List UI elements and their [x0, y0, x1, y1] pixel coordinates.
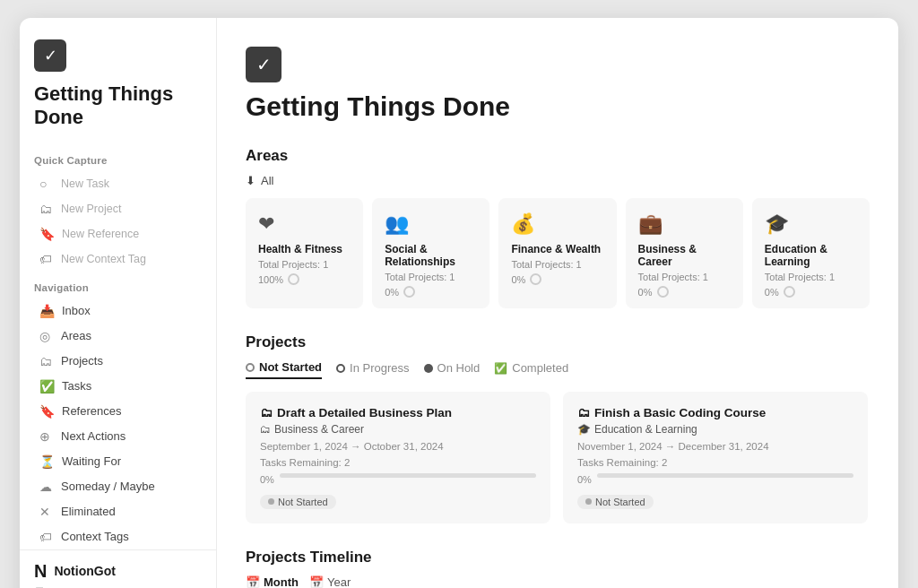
- status-dot2: [585, 498, 592, 505]
- progress-circle: [784, 286, 795, 298]
- inbox-icon: 📥: [39, 304, 55, 318]
- sidebar-item-tasks[interactable]: ✅ Tasks: [25, 375, 211, 398]
- someday-label: Someday / Maybe: [61, 480, 155, 493]
- sidebar-item-next-actions[interactable]: ⊕ Next Actions: [25, 425, 211, 448]
- timeline-tab-year[interactable]: 📅 Year: [309, 575, 351, 589]
- folder-icon: 🗂: [39, 202, 54, 216]
- project-folder-icon2: 🗂: [577, 406, 590, 419]
- area-card-health[interactable]: ❤ Health & Fitness Total Projects: 1 100…: [246, 198, 363, 308]
- sidebar-item-someday[interactable]: ☁ Someday / Maybe: [25, 475, 211, 498]
- on-hold-dot: [424, 364, 433, 373]
- nav-section-title: Navigation: [20, 272, 216, 298]
- tab-completed[interactable]: ✅ Completed: [494, 360, 568, 379]
- project-coding-status: Not Started: [577, 495, 654, 509]
- health-icon: ❤: [258, 212, 351, 236]
- sidebar-item-new-reference[interactable]: 🔖 New Reference: [25, 222, 211, 246]
- area-education-name: Education & Learning: [765, 243, 857, 268]
- new-project-label: New Project: [61, 203, 121, 215]
- areas-section-title: Areas: [246, 147, 870, 165]
- project-business-status: Not Started: [260, 495, 336, 509]
- areas-section: Areas ⬇ All ❤ Health & Fitness Total Pro…: [246, 147, 870, 308]
- sidebar-item-waiting-for[interactable]: ⏳ Waiting For: [25, 450, 211, 473]
- sidebar-item-projects[interactable]: 🗂 Projects: [25, 350, 211, 373]
- page-checkmark-icon: ✓: [256, 54, 272, 75]
- progress-circle: [657, 286, 669, 298]
- project-card-business-plan[interactable]: 🗂 Draft a Detailed Business Plan 🗂 Busin…: [246, 392, 550, 523]
- quick-capture-section-title: Quick Capture: [20, 144, 216, 171]
- area-education-meta: Total Projects: 1: [765, 272, 857, 282]
- sidebar-item-new-task[interactable]: ○ New Task: [25, 172, 211, 195]
- areas-filter-label: All: [261, 174, 273, 187]
- context-tags-label: Context Tags: [61, 530, 129, 543]
- project-folder-icon: 🗂: [260, 406, 273, 419]
- waiting-label: Waiting For: [62, 454, 121, 468]
- project-coding-title: 🗂 Finish a Basic Coding Course: [577, 406, 853, 419]
- project-area-icon: 🗂: [260, 423, 271, 436]
- area-card-social[interactable]: 👥 Social & Relationships Total Projects:…: [372, 198, 489, 308]
- new-context-tag-label: New Context Tag: [61, 253, 146, 265]
- projects-label: Projects: [61, 354, 103, 368]
- eliminated-icon: ✕: [39, 505, 54, 519]
- tab-in-progress[interactable]: In Progress: [336, 360, 409, 379]
- project-business-progress: 0%: [260, 474, 274, 485]
- timeline-section: Projects Timeline 📅 Month 📅 Year: [246, 549, 870, 589]
- sidebar-item-databases[interactable]: 🗄 Databases: [20, 582, 216, 588]
- project-business-area: 🗂 Business & Career: [260, 423, 536, 436]
- year-calendar-icon: 📅: [309, 575, 324, 589]
- areas-icon: ◎: [39, 329, 54, 343]
- sidebar-item-references[interactable]: 🔖 References: [25, 400, 211, 423]
- context-tags-icon: 🏷: [39, 530, 54, 544]
- area-social-meta: Total Projects: 1: [385, 272, 477, 282]
- not-started-dot: [246, 363, 255, 372]
- sidebar-brand: N NotionGot: [20, 549, 216, 582]
- status-dot: [268, 498, 274, 505]
- next-actions-label: Next Actions: [61, 429, 126, 443]
- area-health-progress: 100%: [258, 273, 351, 285]
- checkmark-icon: ✓: [44, 46, 57, 65]
- main-content: ✓ Getting Things Done Areas ⬇ All ❤ Heal…: [217, 18, 898, 588]
- page-header: ✓ Getting Things Done: [246, 47, 870, 122]
- sidebar-item-new-project[interactable]: 🗂 New Project: [25, 197, 211, 220]
- areas-cards-container: ❤ Health & Fitness Total Projects: 1 100…: [246, 198, 870, 308]
- sidebar-item-eliminated[interactable]: ✕ Eliminated: [25, 500, 211, 523]
- timeline-section-title: Projects Timeline: [246, 549, 870, 566]
- projects-cards-container: 🗂 Draft a Detailed Business Plan 🗂 Busin…: [246, 392, 870, 523]
- project-coding-bar: [597, 473, 853, 478]
- not-started-label: Not Started: [259, 360, 322, 374]
- areas-filter-all[interactable]: ⬇ All: [246, 174, 870, 187]
- timeline-tab-month[interactable]: 📅 Month: [246, 575, 299, 589]
- app-title: Getting Things Done: [34, 82, 202, 130]
- area-health-meta: Total Projects: 1: [258, 259, 351, 270]
- project-business-bar: [280, 473, 536, 478]
- references-label: References: [62, 404, 121, 418]
- sidebar-item-areas[interactable]: ◎ Areas: [25, 324, 211, 348]
- tab-on-hold[interactable]: On Hold: [424, 360, 481, 379]
- area-education-progress: 0%: [765, 286, 857, 298]
- projects-section-title: Projects: [246, 333, 870, 351]
- sidebar-item-context-tags[interactable]: 🏷 Context Tags: [25, 525, 211, 549]
- sidebar-item-inbox[interactable]: 📥 Inbox: [25, 299, 211, 323]
- area-card-business[interactable]: 💼 Business & Career Total Projects: 1 0%: [626, 198, 743, 308]
- projects-icon: 🗂: [39, 354, 54, 368]
- progress-circle: [403, 286, 415, 298]
- education-icon: 🎓: [765, 212, 857, 236]
- sidebar-logo-area: ✓ Getting Things Done: [20, 39, 216, 144]
- area-card-finance[interactable]: 💰 Finance & Wealth Total Projects: 1 0%: [498, 198, 616, 308]
- circle-icon: ○: [39, 177, 54, 191]
- tasks-label: Tasks: [62, 379, 91, 393]
- page-icon-box: ✓: [246, 47, 281, 82]
- tab-not-started[interactable]: Not Started: [246, 360, 322, 379]
- timeline-tabs: 📅 Month 📅 Year: [246, 575, 870, 589]
- tasks-icon: ✅: [39, 379, 55, 393]
- area-finance-meta: Total Projects: 1: [511, 259, 603, 270]
- area-business-progress: 0%: [638, 286, 731, 298]
- project-coding-tasks: Tasks Remaining: 2: [577, 457, 853, 468]
- sidebar-item-new-context-tag[interactable]: 🏷 New Context Tag: [25, 247, 211, 271]
- project-card-coding-course[interactable]: 🗂 Finish a Basic Coding Course 🎓 Educati…: [563, 392, 868, 523]
- projects-section: Projects Not Started In Progress On Hold…: [246, 333, 870, 523]
- project-coding-dates: November 1, 2024 → December 31, 2024: [577, 441, 853, 452]
- area-finance-progress: 0%: [511, 273, 603, 285]
- progress-circle: [530, 273, 541, 285]
- progress-circle: [288, 273, 299, 285]
- area-card-education[interactable]: 🎓 Education & Learning Total Projects: 1…: [752, 198, 870, 308]
